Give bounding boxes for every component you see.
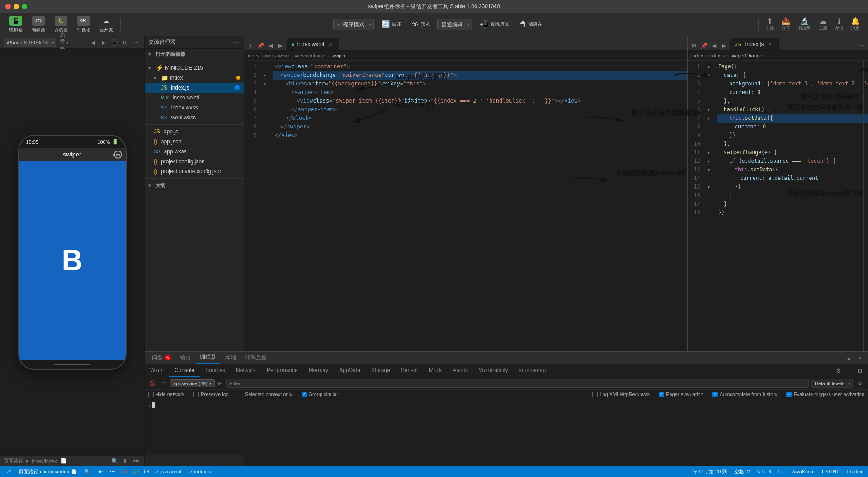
tab-index-wxml[interactable]: ● index.wxml ×: [287, 38, 339, 50]
file-weui-wxss[interactable]: SS weui.wxss: [145, 113, 244, 123]
right-back-btn[interactable]: ◀: [709, 41, 718, 50]
context-eye-btn[interactable]: 👁: [216, 379, 224, 387]
right-forward-btn[interactable]: ▶: [719, 41, 728, 50]
sim-play-btn[interactable]: ▶: [99, 38, 108, 47]
mode-dropdown-wrapper[interactable]: 小程序模式: [333, 19, 374, 30]
code-content-right[interactable]: Page({ data: { background: ['demo-text-1…: [713, 61, 868, 362]
reload-dropdown[interactable]: 热重载▾: [60, 38, 69, 47]
project-root[interactable]: ▾ ⚡ MINICODE-215: [145, 63, 244, 73]
file-app-json[interactable]: {} app.json: [145, 137, 244, 146]
option-preserve-log[interactable]: Preserve log: [193, 392, 229, 397]
status-spaces[interactable]: 空格: 2: [732, 468, 751, 475]
option-eval-triggers[interactable]: ✓ Evaluate triggers user activation: [786, 392, 864, 397]
editor-forward-btn[interactable]: ▶: [276, 41, 285, 50]
device-selector-wrapper[interactable]: iPhone X 100% 16: [4, 38, 56, 47]
status-file-check[interactable]: ✓ index.js: [187, 469, 213, 475]
option-eager-eval[interactable]: ✓ Eager evaluation: [659, 392, 703, 397]
autocomplete-checkbox[interactable]: ✓: [712, 392, 718, 397]
tab-index-js[interactable]: JS index.js ×: [731, 38, 779, 50]
compile-type-wrapper[interactable]: 普通编译: [437, 19, 472, 30]
sim-inspect-btn[interactable]: 🔍: [110, 457, 119, 466]
upload-button[interactable]: ⬆ 上传: [762, 16, 777, 33]
hide-network-checkbox[interactable]: [148, 392, 154, 397]
status-inspect-btn[interactable]: 🔍: [82, 469, 92, 475]
real-machine-button[interactable]: 📲 真机调试: [476, 18, 512, 30]
editor-pin-btn[interactable]: 📌: [256, 41, 265, 50]
file-app-js[interactable]: JS app.js: [145, 127, 244, 137]
tab-output[interactable]: 输出: [176, 353, 194, 364]
test-button[interactable]: 🔬 测试号: [795, 16, 814, 33]
status-line-ending[interactable]: LF: [777, 469, 786, 474]
share-button[interactable]: 📤 分享: [778, 16, 793, 33]
option-hide-network[interactable]: Hide network: [148, 392, 184, 397]
level-dropdown[interactable]: Default levels: [811, 379, 853, 388]
preview-button[interactable]: 👁 预览: [408, 19, 434, 30]
clear-button[interactable]: 🗑 清缓存: [516, 19, 546, 30]
status-language[interactable]: JavaScript: [790, 469, 816, 474]
file-project-private[interactable]: {} project.private.config.json: [145, 166, 244, 176]
compile-button[interactable]: 🔄 编译: [377, 18, 405, 30]
subtab-performance[interactable]: Performance: [261, 364, 303, 377]
status-page-path[interactable]: 页面路径 ▸ index/index 📄: [17, 468, 79, 475]
level-dropdown-wrapper[interactable]: Default levels: [811, 379, 853, 388]
sim-back-btn[interactable]: ◀: [88, 38, 97, 47]
subtab-storage[interactable]: Storage: [366, 364, 396, 377]
console-collapse-btn[interactable]: ▲: [844, 354, 854, 363]
file-index-wxml[interactable]: WX index.wxml: [145, 93, 244, 103]
subtab-appdata[interactable]: AppData: [334, 364, 366, 377]
close-button[interactable]: [5, 4, 11, 9]
mode-dropdown[interactable]: 小程序模式: [333, 19, 374, 30]
subtab-network[interactable]: Network: [231, 364, 261, 377]
eval-triggers-checkbox[interactable]: ✓: [786, 392, 792, 397]
maximize-button[interactable]: [22, 4, 27, 9]
device-selector[interactable]: iPhone X 100% 16: [4, 38, 56, 47]
file-index-js[interactable]: JS index.js 1: [145, 83, 244, 93]
selected-context-checkbox[interactable]: [238, 392, 243, 397]
subtab-more-btn[interactable]: ⋮: [844, 366, 854, 375]
status-prettier[interactable]: Prettier: [845, 469, 864, 474]
cloud-dev-button[interactable]: ☁ 云调: [816, 16, 830, 33]
subtab-vulnerability[interactable]: Vulnerability: [473, 364, 514, 377]
subtab-wxml[interactable]: Wxml: [145, 364, 169, 377]
option-selected-context[interactable]: Selected context only: [238, 392, 292, 397]
subtab-sensor[interactable]: Sensor: [396, 364, 424, 377]
status-warnings[interactable]: △ 1: [132, 469, 140, 475]
status-encoding[interactable]: UTF-8: [755, 469, 773, 474]
compile-type-dropdown[interactable]: 普通编译: [437, 19, 472, 30]
subtab-sourcemap[interactable]: sourcemap: [514, 364, 551, 377]
phone-swiper[interactable]: B: [19, 161, 126, 360]
tab-debugger[interactable]: 调试器: [196, 353, 220, 364]
context-selector[interactable]: appservice (#9) ▾: [170, 379, 215, 387]
notifications-button[interactable]: 🔔 消息: [848, 16, 863, 33]
preserve-console-btn[interactable]: ⟳: [159, 379, 167, 387]
status-errors[interactable]: ⊘ 0: [120, 469, 128, 475]
editor-toggle-btn[interactable]: ⊞: [246, 41, 255, 50]
simulator-button[interactable]: 📱 模拟器: [5, 14, 26, 35]
subtab-dock-btn[interactable]: ⊟: [855, 366, 864, 375]
editor-back-btn[interactable]: ◀: [266, 41, 275, 50]
status-infos[interactable]: ℹ 4: [144, 469, 150, 475]
sim-more2-btn[interactable]: •••: [132, 457, 141, 466]
file-index-wxss[interactable]: SS index.wxss: [145, 103, 244, 113]
details-button[interactable]: ℹ 详情: [832, 16, 846, 33]
tab-problems[interactable]: 问题 5: [148, 353, 175, 364]
preserve-log-checkbox[interactable]: [193, 392, 199, 397]
right-toggle-btn[interactable]: ⊞: [689, 41, 698, 50]
log-xml-checkbox[interactable]: [592, 392, 598, 397]
file-project-config[interactable]: {} project.config.json: [145, 156, 244, 166]
sim-phone-btn[interactable]: 📱: [110, 38, 119, 47]
tab-code-quality[interactable]: 代码质量: [241, 353, 270, 364]
editor-button[interactable]: </> 编辑器: [28, 14, 49, 35]
subtab-sources[interactable]: Sources: [200, 364, 231, 377]
status-js-check[interactable]: ✓ javascript: [153, 469, 184, 475]
minimize-button[interactable]: [14, 4, 19, 9]
subtab-memory[interactable]: Memory: [303, 364, 334, 377]
sim-more-btn[interactable]: ⋯: [132, 38, 141, 47]
status-more-btn[interactable]: •••: [108, 469, 117, 474]
status-eslint[interactable]: ESLINT: [820, 469, 841, 474]
filter-input[interactable]: [226, 379, 809, 388]
subtab-mock[interactable]: Mock: [424, 364, 448, 377]
js-tab-close[interactable]: ×: [767, 41, 774, 48]
sim-refresh-btn[interactable]: ⊞: [121, 38, 130, 47]
eager-eval-checkbox[interactable]: ✓: [659, 392, 664, 397]
